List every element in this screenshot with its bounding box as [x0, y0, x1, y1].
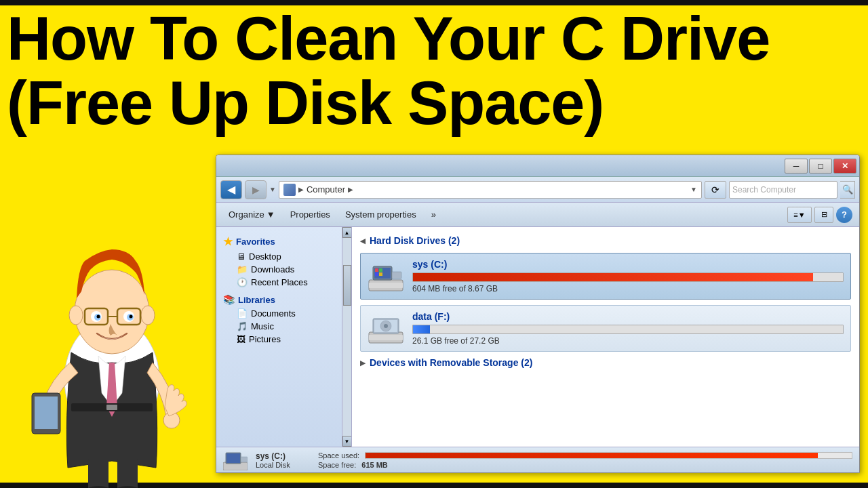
status-bar-fill	[366, 453, 818, 458]
status-drive-name: sys (C:)	[256, 451, 310, 461]
svg-rect-29	[379, 272, 382, 276]
favorites-header[interactable]: ★ Favorites	[223, 235, 339, 248]
search-button[interactable]: 🔍	[840, 181, 855, 199]
svg-rect-39	[226, 453, 240, 463]
documents-label: Documents	[251, 308, 296, 319]
sidebar-item-music[interactable]: 🎵 Music	[223, 320, 339, 333]
hard-disk-section-label: Hard Disk Drives (2)	[370, 235, 460, 246]
desktop-icon: 🖥	[237, 251, 245, 262]
refresh-icon: ⟳	[711, 184, 719, 195]
main-panel: ◀ Hard Disk Drives (2)	[352, 227, 859, 447]
layout-button[interactable]: ⊟	[814, 207, 833, 223]
sidebar-item-pictures[interactable]: 🖼 Pictures	[223, 333, 339, 346]
scroll-up-button[interactable]: ▲	[342, 227, 352, 238]
computer-icon	[283, 184, 296, 196]
sidebar-item-recent-places[interactable]: 🕐 Recent Places	[223, 276, 339, 289]
section-expand-icon: ◀	[360, 237, 366, 245]
view-button[interactable]: ≡▼	[787, 207, 812, 223]
minimize-button[interactable]: ─	[785, 159, 808, 174]
favorites-section: ★ Favorites 🖥 Desktop 📁 Downloads 🕐 Rece…	[216, 232, 342, 291]
drive-c-bar-bg	[412, 272, 844, 282]
desktop-label: Desktop	[249, 251, 281, 262]
organize-label: Organize	[229, 209, 264, 220]
properties-label: Properties	[290, 209, 330, 220]
maximize-button[interactable]: □	[809, 159, 832, 174]
search-placeholder: Search Computer	[732, 185, 834, 195]
libraries-label: Libraries	[238, 295, 275, 305]
removable-expand-icon: ▶	[360, 359, 366, 367]
content-area: ★ Favorites 🖥 Desktop 📁 Downloads 🕐 Rece…	[216, 227, 859, 447]
svg-rect-40	[241, 457, 248, 462]
search-icon: 🔍	[842, 184, 853, 195]
back-button[interactable]: ◀	[220, 180, 242, 199]
svg-rect-17	[117, 458, 138, 488]
drive-c-svg	[368, 261, 404, 292]
scroll-down-button[interactable]: ▼	[342, 436, 352, 447]
svg-point-12	[130, 315, 133, 319]
removable-section-header[interactable]: ▶ Devices with Removable Storage (2)	[360, 357, 851, 368]
drive-c-item[interactable]: sys (C:) 604 MB free of 8.67 GB	[360, 253, 851, 300]
documents-icon: 📄	[237, 308, 248, 319]
recent-places-icon: 🕐	[237, 277, 248, 287]
path-arrow: ▶	[348, 186, 353, 193]
drive-c-bar-fill	[413, 273, 813, 281]
close-button[interactable]: ✕	[833, 159, 856, 174]
libraries-section: 📚 Libraries 📄 Documents 🎵 Music 🖼 Pictur…	[216, 291, 342, 348]
favorites-star-icon: ★	[223, 235, 233, 248]
libraries-header[interactable]: 📚 Libraries	[223, 294, 339, 305]
drive-f-svg	[368, 313, 404, 344]
drive-f-icon	[368, 313, 404, 344]
drive-f-size: 26.1 GB free of 27.2 GB	[412, 336, 844, 346]
toolbar: Organize ▼ Properties System properties …	[216, 203, 859, 227]
sidebar-item-desktop[interactable]: 🖥 Desktop	[223, 250, 339, 263]
refresh-button[interactable]: ⟳	[705, 181, 726, 199]
removable-section-label: Devices with Removable Storage (2)	[370, 357, 532, 368]
drive-c-icon	[368, 261, 404, 292]
character-svg	[17, 163, 207, 488]
address-path[interactable]: ▶ Computer ▶ ▼	[279, 181, 702, 199]
sidebar-item-documents[interactable]: 📄 Documents	[223, 307, 339, 320]
music-icon: 🎵	[237, 321, 248, 331]
svg-rect-16	[88, 458, 108, 488]
more-icon: »	[431, 209, 436, 220]
downloads-label: Downloads	[251, 264, 294, 274]
system-properties-button[interactable]: System properties	[340, 206, 422, 224]
status-bar-bg	[365, 452, 852, 459]
libraries-folder-icon: 📚	[223, 294, 235, 305]
sidebar-scrollbar[interactable]: ▲ ▼	[342, 227, 351, 447]
help-button[interactable]: ?	[836, 207, 852, 223]
sidebar-item-downloads[interactable]: 📁 Downloads	[223, 263, 339, 276]
explorer-window: ─ □ ✕ ◀ ▶ ▼ ▶ Computer ▶ ▼ ⟳ Search Comp…	[216, 155, 860, 473]
properties-button[interactable]: Properties	[285, 206, 336, 224]
status-used-row: Space used:	[318, 451, 852, 460]
svg-rect-21	[106, 405, 117, 410]
path-dropdown[interactable]: ▼	[690, 186, 697, 193]
forward-button[interactable]: ▶	[245, 180, 267, 199]
sidebar: ★ Favorites 🖥 Desktop 📁 Downloads 🕐 Rece…	[216, 227, 352, 447]
title-area: How To Clean Your C Drive (Free Up Disk …	[7, 7, 861, 135]
svg-rect-26	[375, 268, 378, 272]
drive-f-item[interactable]: data (F:) 26.1 GB free of 27.2 GB	[360, 305, 851, 352]
recent-places-label: Recent Places	[251, 277, 308, 287]
status-used-label: Space used:	[318, 451, 359, 460]
status-free-value: 615 MB	[361, 461, 388, 469]
address-bar: ◀ ▶ ▼ ▶ Computer ▶ ▼ ⟳ Search Computer 🔍	[216, 177, 859, 203]
status-drive-svg	[223, 450, 248, 470]
more-button[interactable]: »	[426, 206, 441, 224]
toolbar-right: ≡▼ ⊟ ?	[787, 207, 852, 223]
hard-disk-section-header[interactable]: ◀ Hard Disk Drives (2)	[360, 235, 851, 246]
history-dropdown[interactable]: ▼	[269, 186, 276, 193]
scroll-thumb[interactable]	[343, 265, 351, 306]
status-info: sys (C:) Local Disk	[256, 451, 310, 469]
organize-button[interactable]: Organize ▼	[223, 206, 281, 224]
svg-rect-23	[369, 283, 403, 288]
svg-rect-28	[375, 272, 378, 276]
svg-point-36	[384, 324, 388, 328]
drive-f-name: data (F:)	[412, 311, 844, 322]
title-line2: (Free Up Disk Space)	[7, 71, 861, 136]
drive-c-size: 604 MB free of 8.67 GB	[412, 284, 844, 293]
svg-point-2	[69, 306, 83, 325]
svg-rect-14	[35, 396, 58, 429]
status-bar: sys (C:) Local Disk Space used: Space fr…	[216, 447, 859, 472]
favorites-label: Favorites	[236, 237, 275, 247]
